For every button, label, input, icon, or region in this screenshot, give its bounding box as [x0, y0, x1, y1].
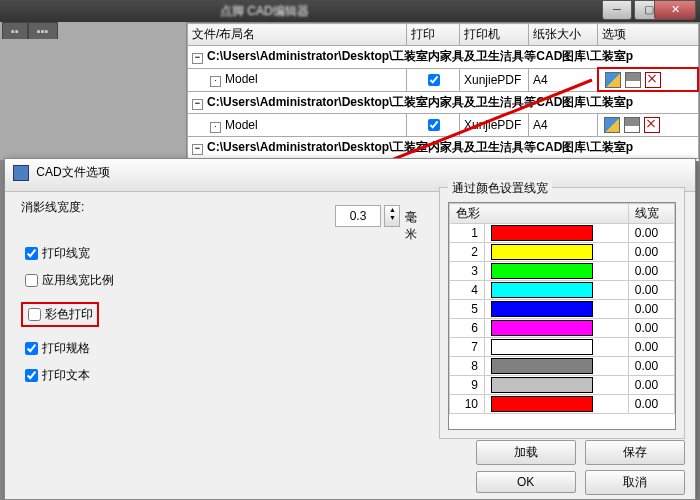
- color-swatch[interactable]: [491, 358, 593, 374]
- color-row[interactable]: 50.00: [450, 300, 675, 319]
- color-index: 2: [450, 243, 485, 262]
- file-table-panel: 文件/布局名 打印 打印机 纸张大小 选项 −C:\Users\Administ…: [186, 22, 700, 162]
- col-linewidth[interactable]: 线宽: [628, 204, 674, 224]
- color-index: 5: [450, 300, 485, 319]
- linewidth-value: 0.00: [628, 262, 674, 281]
- option-label: 打印线宽: [42, 246, 90, 260]
- color-swatch[interactable]: [491, 225, 593, 241]
- group-title: 通过颜色设置线宽: [448, 180, 552, 197]
- color-index: 6: [450, 319, 485, 338]
- spinner[interactable]: ▲▼: [384, 205, 400, 227]
- color-index: 3: [450, 262, 485, 281]
- color-row[interactable]: 60.00: [450, 319, 675, 338]
- properties-icon[interactable]: [625, 72, 641, 88]
- color-swatch[interactable]: [491, 396, 593, 412]
- printer-cell: XunjiePDF: [460, 68, 529, 91]
- ok-button[interactable]: OK: [476, 471, 576, 493]
- col-options[interactable]: 选项: [598, 24, 699, 46]
- option-应用线宽比例[interactable]: 应用线宽比例: [21, 271, 421, 290]
- color-index: 8: [450, 357, 485, 376]
- preview-icon[interactable]: [605, 72, 621, 88]
- color-row[interactable]: 10.00: [450, 224, 675, 243]
- minimize-icon[interactable]: ─: [602, 0, 632, 20]
- paper-cell: A4: [529, 114, 598, 137]
- blurred-tab: ▪▪: [2, 22, 28, 39]
- delete-icon[interactable]: [645, 72, 661, 88]
- print-checkbox[interactable]: [428, 119, 440, 131]
- linewidth-value: 0.00: [628, 224, 674, 243]
- color-row[interactable]: 30.00: [450, 262, 675, 281]
- dialog-title: CAD文件选项: [36, 165, 109, 179]
- paper-cell: A4: [529, 68, 598, 91]
- linewidth-value: 0.00: [628, 395, 674, 414]
- color-index: 10: [450, 395, 485, 414]
- option-checkbox[interactable]: [28, 308, 41, 321]
- delete-icon[interactable]: [644, 117, 660, 133]
- print-checkbox[interactable]: [428, 74, 440, 86]
- hide-line-width-input[interactable]: [335, 205, 381, 227]
- linewidth-value: 0.00: [628, 300, 674, 319]
- linewidth-value: 0.00: [628, 243, 674, 262]
- unit-label: 毫米: [405, 209, 421, 243]
- col-paper[interactable]: 纸张大小: [529, 24, 598, 46]
- app-titlebar: 点脚 CAD编辑器 ─ ▢ ✕: [0, 0, 700, 23]
- properties-icon[interactable]: [624, 117, 640, 133]
- option-彩色打印[interactable]: 彩色打印: [21, 302, 99, 327]
- app-title: 点脚 CAD编辑器: [220, 3, 309, 20]
- color-swatch[interactable]: [491, 320, 593, 336]
- color-swatch[interactable]: [491, 301, 593, 317]
- col-color[interactable]: 色彩: [450, 204, 629, 224]
- table-row[interactable]: −C:\Users\Administrator\Desktop\工装室内家具及卫…: [188, 91, 699, 114]
- tree-collapse-icon[interactable]: −: [192, 99, 203, 110]
- option-打印规格[interactable]: 打印规格: [21, 339, 421, 358]
- color-swatch[interactable]: [491, 282, 593, 298]
- color-index: 4: [450, 281, 485, 300]
- preview-icon[interactable]: [604, 117, 620, 133]
- col-print[interactable]: 打印: [407, 24, 460, 46]
- color-index: 1: [450, 224, 485, 243]
- load-button[interactable]: 加载: [476, 440, 576, 465]
- close-icon[interactable]: ✕: [654, 0, 696, 20]
- option-label: 彩色打印: [45, 307, 93, 321]
- linewidth-value: 0.00: [628, 357, 674, 376]
- save-button[interactable]: 保存: [585, 440, 685, 465]
- tree-collapse-icon[interactable]: −: [192, 144, 203, 155]
- app-icon: [13, 165, 29, 181]
- color-row[interactable]: 100.00: [450, 395, 675, 414]
- option-label: 打印文本: [42, 368, 90, 382]
- color-index: 9: [450, 376, 485, 395]
- color-lineweight-group: 通过颜色设置线宽 色彩 线宽 10.0020.0030.0040.0050.00…: [439, 187, 685, 439]
- option-label: 打印规格: [42, 341, 90, 355]
- linewidth-value: 0.00: [628, 338, 674, 357]
- linewidth-value: 0.00: [628, 319, 674, 338]
- option-checkbox[interactable]: [25, 342, 38, 355]
- table-row[interactable]: ·ModelXunjiePDFA4: [188, 114, 699, 137]
- color-row[interactable]: 20.00: [450, 243, 675, 262]
- col-name[interactable]: 文件/布局名: [188, 24, 407, 46]
- color-row[interactable]: 40.00: [450, 281, 675, 300]
- tree-collapse-icon[interactable]: −: [192, 53, 203, 64]
- printer-cell: XunjiePDF: [460, 114, 529, 137]
- color-swatch[interactable]: [491, 263, 593, 279]
- cancel-button[interactable]: 取消: [585, 470, 685, 495]
- option-checkbox[interactable]: [25, 369, 38, 382]
- col-printer[interactable]: 打印机: [460, 24, 529, 46]
- cad-options-dialog: CAD文件选项 消影线宽度: ▲▼ 毫米 打印线宽应用线宽比例彩色打印打印规格打…: [4, 158, 696, 500]
- color-row[interactable]: 70.00: [450, 338, 675, 357]
- linewidth-value: 0.00: [628, 281, 674, 300]
- table-row[interactable]: −C:\Users\Administrator\Desktop\工装室内家具及卫…: [188, 137, 699, 159]
- table-row[interactable]: −C:\Users\Administrator\Desktop\工装室内家具及卫…: [188, 46, 699, 69]
- option-checkbox[interactable]: [25, 247, 38, 260]
- color-swatch[interactable]: [491, 339, 593, 355]
- color-row[interactable]: 90.00: [450, 376, 675, 395]
- color-row[interactable]: 80.00: [450, 357, 675, 376]
- color-swatch[interactable]: [491, 377, 593, 393]
- color-swatch[interactable]: [491, 244, 593, 260]
- option-打印线宽[interactable]: 打印线宽: [21, 244, 421, 263]
- option-打印文本[interactable]: 打印文本: [21, 366, 421, 385]
- option-label: 应用线宽比例: [42, 273, 114, 287]
- color-index: 7: [450, 338, 485, 357]
- table-row[interactable]: ·ModelXunjiePDFA4: [188, 68, 699, 91]
- option-checkbox[interactable]: [25, 274, 38, 287]
- tree-leaf-icon: ·: [210, 76, 221, 87]
